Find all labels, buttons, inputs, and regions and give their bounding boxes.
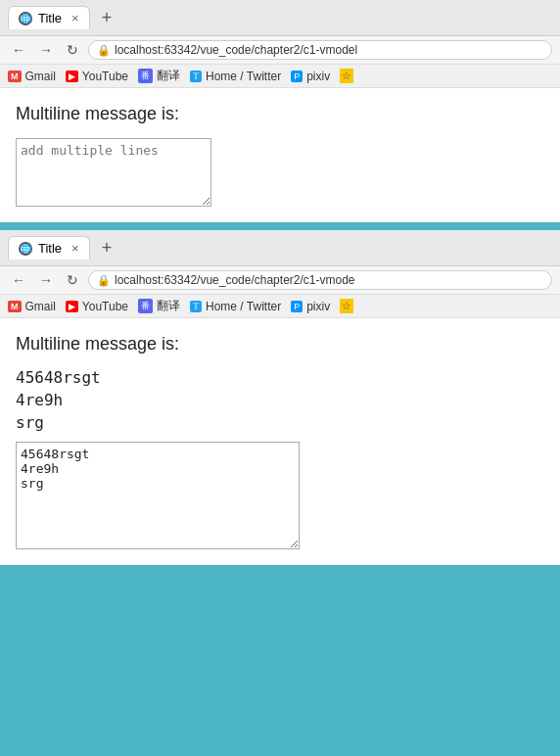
bookmark-pixiv-1[interactable]: P pixiv (291, 70, 330, 83)
bookmark-youtube-1[interactable]: ▶ YouTube (66, 70, 128, 83)
refresh-button-2[interactable]: ↻ (63, 270, 82, 290)
title-bar-2: 🌐 Title × + (0, 230, 560, 266)
message-line-2: 4re9h (16, 391, 544, 409)
bookmark-translate-1[interactable]: 番 翻译 (138, 68, 180, 84)
title-bar-1: 🌐 Title × + (0, 0, 560, 36)
twitter-label-1: Home / Twitter (206, 70, 281, 83)
lock-icon-1: 🔒 (97, 44, 111, 57)
bookmark-gmail-2[interactable]: M Gmail (8, 300, 56, 313)
youtube-icon-2: ▶ (66, 301, 78, 312)
nav-bar-2: ← → ↻ 🔒 localhost:63342/vue_code/chapter… (0, 266, 560, 295)
refresh-button-1[interactable]: ↻ (63, 40, 82, 60)
translate-icon-1: 番 (138, 69, 153, 83)
bookmark-pixiv-2[interactable]: P pixiv (291, 300, 330, 313)
youtube-label-2: YouTube (82, 300, 128, 313)
multiline-textarea-1[interactable] (16, 138, 211, 207)
back-button-2[interactable]: ← (8, 270, 29, 290)
globe-icon-1: 🌐 (19, 12, 32, 25)
back-button-1[interactable]: ← (8, 40, 29, 60)
address-bar-1[interactable]: 🔒 localhost:63342/vue_code/chapter2/c1-v… (88, 40, 552, 60)
twitter-icon-1: 𝕋 (190, 71, 202, 82)
message-line-1: 45648rsgt (16, 368, 544, 387)
pixiv-icon-1: P (291, 71, 303, 82)
tab-title-1: Title (38, 11, 62, 25)
browser-window-2: 🌐 Title × + ← → ↻ 🔒 localhost:63342/vue_… (0, 230, 560, 565)
bookmark-gmail-1[interactable]: M Gmail (8, 70, 56, 83)
multiline-textarea-2[interactable]: 45648rsgt 4re9h srg (16, 442, 300, 549)
new-tab-button-2[interactable]: + (102, 238, 113, 259)
bookmarks-bar-1: M Gmail ▶ YouTube 番 翻译 𝕋 Home / Twitter … (0, 65, 560, 88)
page-content-2: Multiline message is: 45648rsgt 4re9h sr… (0, 318, 560, 565)
lock-icon-2: 🔒 (97, 274, 111, 287)
new-tab-button-1[interactable]: + (102, 8, 113, 28)
bookmark-twitter-2[interactable]: 𝕋 Home / Twitter (190, 300, 281, 313)
bookmark-translate-2[interactable]: 番 翻译 (138, 298, 180, 314)
gmail-label-1: Gmail (25, 70, 56, 83)
multiline-label-2: Multiline message is: (16, 334, 544, 354)
pixiv-icon-2: P (291, 301, 303, 312)
bookmark-twitter-1[interactable]: 𝕋 Home / Twitter (190, 70, 281, 83)
misc-icon-1: ☆ (340, 69, 353, 83)
bookmark-youtube-2[interactable]: ▶ YouTube (66, 300, 128, 313)
twitter-icon-2: 𝕋 (190, 301, 202, 312)
misc-icon-2: ☆ (340, 299, 353, 313)
tab-2[interactable]: 🌐 Title × (8, 236, 90, 260)
pixiv-label-2: pixiv (306, 300, 330, 313)
tab-title-2: Title (38, 241, 62, 256)
gmail-icon-1: M (8, 71, 22, 82)
translate-label-2: 翻译 (157, 298, 180, 314)
tab-close-2[interactable]: × (71, 241, 79, 256)
gmail-label-2: Gmail (25, 300, 56, 313)
gmail-icon-2: M (8, 301, 22, 312)
address-text-2: localhost:63342/vue_code/chapter2/c1-vmo… (115, 273, 355, 287)
translate-label-1: 翻译 (157, 68, 180, 84)
tab-1[interactable]: 🌐 Title × (8, 6, 90, 29)
youtube-icon-1: ▶ (66, 71, 78, 82)
translate-icon-2: 番 (138, 299, 153, 313)
forward-button-1[interactable]: → (35, 40, 57, 60)
nav-bar-1: ← → ↻ 🔒 localhost:63342/vue_code/chapter… (0, 36, 560, 65)
youtube-label-1: YouTube (82, 70, 128, 83)
address-bar-2[interactable]: 🔒 localhost:63342/vue_code/chapter2/c1-v… (88, 270, 552, 290)
forward-button-2[interactable]: → (35, 270, 57, 290)
page-content-1: Multiline message is: (0, 88, 560, 222)
bookmark-misc-1[interactable]: ☆ (340, 69, 353, 83)
twitter-label-2: Home / Twitter (206, 300, 281, 313)
browser-window-1: 🌐 Title × + ← → ↻ 🔒 localhost:63342/vue_… (0, 0, 560, 222)
message-line-3: srg (16, 413, 544, 432)
bookmarks-bar-2: M Gmail ▶ YouTube 番 翻译 𝕋 Home / Twitter … (0, 295, 560, 318)
tab-close-1[interactable]: × (71, 11, 79, 25)
pixiv-label-1: pixiv (306, 70, 330, 83)
multiline-label-1: Multiline message is: (16, 104, 544, 124)
globe-icon-2: 🌐 (19, 242, 32, 256)
bookmark-misc-2[interactable]: ☆ (340, 299, 353, 313)
address-text-1: localhost:63342/vue_code/chapter2/c1-vmo… (115, 43, 357, 57)
